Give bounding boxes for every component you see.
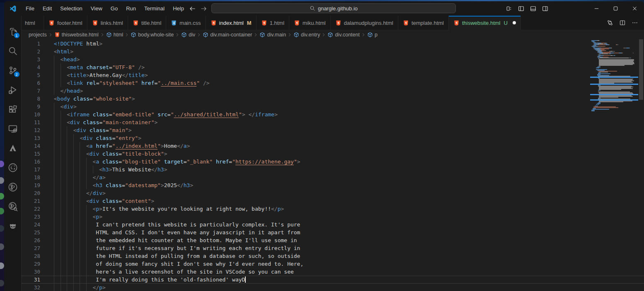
vertical-scrollbar[interactable] <box>639 39 643 100</box>
code-line-26[interactable]: 26the embedded hit counter at the bottom… <box>22 236 644 244</box>
breadcrumb-item[interactable]: div.main-container <box>203 32 252 38</box>
menu-run[interactable]: Run <box>123 4 139 13</box>
code-line-25[interactable]: 25HTML and CSS. I don't even have any ja… <box>22 228 644 236</box>
breadcrumb-item[interactable]: body.whole-site <box>131 32 174 38</box>
minimize-button[interactable] <box>587 1 606 16</box>
menu-go[interactable]: Go <box>107 4 121 13</box>
code-line-9[interactable]: 9<div> <box>22 103 644 111</box>
unsaved-dot-icon[interactable] <box>513 21 516 24</box>
tab-html[interactable]: html <box>22 16 44 30</box>
forward-arrow-icon[interactable] <box>200 5 208 12</box>
code-line-15[interactable]: 15<div class="title-block"> <box>22 150 644 158</box>
activitybar-azure[interactable] <box>4 138 22 158</box>
toggle-primary-sidebar-icon[interactable] <box>518 5 525 12</box>
menu-help[interactable]: Help <box>169 4 187 13</box>
tab-main.css[interactable]: 3main.css <box>166 16 206 30</box>
activitybar-run-debug[interactable] <box>4 80 22 99</box>
code-line-8[interactable]: 8<body class="whole-site"> <box>22 95 644 103</box>
breadcrumb-item[interactable]: 5thiswebsite.html <box>54 32 99 38</box>
line-number: 17 <box>22 166 40 173</box>
code-line-3[interactable]: 3<head> <box>22 55 644 63</box>
back-arrow-icon[interactable] <box>189 5 196 12</box>
code-text: <div class="content"> <box>40 197 154 205</box>
activitybar-godot-tools[interactable] <box>4 216 22 236</box>
code-line-17[interactable]: 17<h3>This Website</h3> <box>22 166 644 173</box>
code-editor[interactable]: 1<!DOCTYPE html>2<html>3<head>4<meta cha… <box>22 39 644 291</box>
code-line-31[interactable]: 31I'm really doing this the 'old-fashion… <box>22 276 644 284</box>
code-line-30[interactable]: 30here's a live screenshot of the site i… <box>22 268 644 276</box>
menu-selection[interactable]: Selection <box>57 4 85 13</box>
menu-edit[interactable]: Edit <box>39 4 55 13</box>
code-line-7[interactable]: 7</head> <box>22 87 644 95</box>
code-lines[interactable]: 1<!DOCTYPE html>2<html>3<head>4<meta cha… <box>22 40 644 291</box>
code-line-22[interactable]: 22<p>It's the website you're looking at … <box>22 205 644 213</box>
taskbar-app-icon <box>0 225 4 232</box>
breadcrumb-item[interactable]: div.content <box>327 32 360 38</box>
code-line-32[interactable]: 32</p> <box>22 284 644 291</box>
tab-footer.html[interactable]: 5footer.html <box>44 16 87 30</box>
maximize-button[interactable] <box>606 1 625 16</box>
breadcrumb-item[interactable]: p <box>367 32 378 38</box>
breadcrumb-item[interactable]: div.entry <box>293 32 320 38</box>
breadcrumb-item[interactable]: div.main <box>259 32 286 38</box>
code-line-16[interactable]: 16<a class="blog-title" target="_blank" … <box>22 158 644 166</box>
code-line-12[interactable]: 12<div class="main"> <box>22 126 644 134</box>
code-line-10[interactable]: 10<iframe class="embed-title" src="../sh… <box>22 111 644 118</box>
code-line-14[interactable]: 14<a href="../index.html">Home</a> <box>22 142 644 150</box>
tab-miku.html[interactable]: 5miku.html <box>289 16 331 30</box>
tab-1.html[interactable]: 51.html <box>257 16 289 30</box>
github-icon <box>8 163 18 173</box>
code-line-21[interactable]: 21<div class="content"> <box>22 197 644 205</box>
tab-thiswebsite.html[interactable]: 5thiswebsite.htmlU <box>449 16 521 30</box>
split-editor-icon[interactable] <box>619 19 626 26</box>
breadcrumb-item[interactable]: div <box>181 32 195 38</box>
customize-layout-icon[interactable] <box>506 5 513 12</box>
tab-template.html[interactable]: 5template.html <box>398 16 449 30</box>
code-line-6[interactable]: 6<link rel="stylesheet" href="../main.cs… <box>22 79 644 87</box>
azure-icon <box>8 143 18 153</box>
code-line-11[interactable]: 11<div class="main-container"> <box>22 118 644 126</box>
activitybar-source-control[interactable]: 2 <box>4 60 22 80</box>
code-line-4[interactable]: 4<meta charset="UTF-8" /> <box>22 63 644 71</box>
tab-links.html[interactable]: 5links.html <box>87 16 128 30</box>
more-actions-icon[interactable] <box>632 19 638 26</box>
activitybar-explorer[interactable]: 1 <box>4 22 22 41</box>
activitybar-search[interactable] <box>4 41 22 60</box>
code-line-19[interactable]: 19<h3 class="datestamp">2025</h3> <box>22 181 644 189</box>
command-center-search[interactable]: gnargle.github.io <box>211 3 456 13</box>
activitybar-gitlens-inspect[interactable] <box>4 197 22 216</box>
activitybar-github[interactable] <box>4 158 22 177</box>
svg-text:5: 5 <box>94 21 96 24</box>
code-text: <h3>This Website</h3> <box>40 166 167 173</box>
code-line-28[interactable]: 28the HTML instead of pulling from a dat… <box>22 252 644 260</box>
code-line-18[interactable]: 18</a> <box>22 173 644 181</box>
code-text: future if it's necessary but I'm writing… <box>40 244 300 252</box>
toggle-secondary-sidebar-icon[interactable] <box>542 5 549 12</box>
code-line-23[interactable]: 23<p> <box>22 213 644 221</box>
breadcrumb-item[interactable]: html <box>106 32 123 38</box>
code-line-5[interactable]: 5<title>Athene.Gay</title> <box>22 71 644 79</box>
tab-index.html[interactable]: 5index.htmlM <box>206 16 257 30</box>
code-line-2[interactable]: 2<html> <box>22 48 644 55</box>
open-changes-icon[interactable] <box>607 19 613 26</box>
code-line-1[interactable]: 1<!DOCTYPE html> <box>22 40 644 48</box>
code-line-27[interactable]: 27future if it's necessary but I'm writi… <box>22 244 644 252</box>
toggle-panel-icon[interactable] <box>530 5 537 12</box>
menu-file[interactable]: File <box>22 4 38 13</box>
minimap[interactable] <box>590 40 638 111</box>
symbol-cube-icon <box>259 32 265 38</box>
html-file-icon: 5 <box>294 20 300 26</box>
code-line-24[interactable]: 24I can't pretend this website is partic… <box>22 221 644 228</box>
activitybar-remote-explorer[interactable] <box>4 119 22 138</box>
breadcrumb-item[interactable]: projects <box>29 32 47 38</box>
activitybar-gitlens[interactable] <box>4 177 22 197</box>
code-line-29[interactable]: 29of doing some fancy shit I don't see w… <box>22 260 644 268</box>
menu-terminal[interactable]: Terminal <box>141 4 168 13</box>
activitybar-extensions[interactable] <box>4 99 22 119</box>
menu-view[interactable]: View <box>87 4 106 13</box>
close-button[interactable] <box>625 1 644 16</box>
code-line-20[interactable]: 20</div> <box>22 189 644 197</box>
tab-title.html[interactable]: 5title.html <box>128 16 166 30</box>
tab-dalamudplugins.html[interactable]: 5dalamudplugins.html <box>331 16 398 30</box>
code-line-13[interactable]: 13<div class="entry"> <box>22 134 644 142</box>
